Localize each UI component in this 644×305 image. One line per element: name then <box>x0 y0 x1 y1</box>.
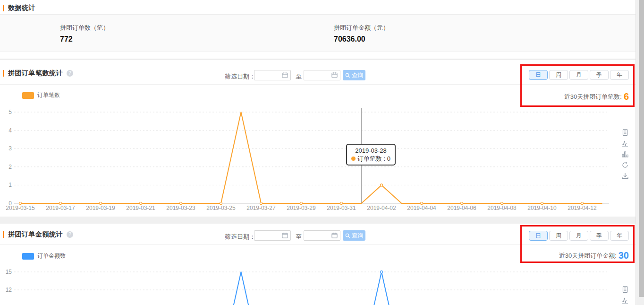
svg-text:2019-03-15: 2019-03-15 <box>6 205 35 211</box>
scrollbar-thumb[interactable] <box>639 0 644 297</box>
section-title-text: 数据统计 <box>8 4 35 12</box>
metric-value: 6 <box>624 91 629 102</box>
calendar-icon <box>282 72 288 78</box>
metric-30day-amount: 近30天拼团订单金额:30 <box>519 250 629 261</box>
chart1-title-row: 拼团订单笔数统计 ? <box>3 69 73 78</box>
metric-30day-count: 近30天拼团订单笔数:6 <box>519 91 629 102</box>
restore-icon[interactable] <box>621 161 629 169</box>
svg-text:2019-03-31: 2019-03-31 <box>327 205 356 211</box>
legend-order-amount[interactable]: 订单金额数 <box>22 252 66 260</box>
metric-label: 近30天拼团订单金额: <box>559 252 617 259</box>
period-tab-周[interactable]: 周 <box>549 70 568 80</box>
section-divider <box>0 59 636 60</box>
tooltip-date: 2019-03-28 <box>351 147 390 155</box>
period-tab-日[interactable]: 日 <box>529 70 548 80</box>
orange-bar-icon <box>3 70 4 77</box>
period-tab-周[interactable]: 周 <box>549 231 568 241</box>
stat-label: 拼团订单数（笔） <box>60 24 109 32</box>
period-tab-日[interactable]: 日 <box>529 231 548 241</box>
line-chart-icon[interactable] <box>621 296 629 304</box>
calendar-icon <box>331 232 338 238</box>
tooltip-series-value: 订单笔数 : 0 <box>351 155 390 163</box>
bar-chart-icon[interactable] <box>621 150 629 158</box>
chart2-toolbox <box>621 286 629 304</box>
legend-swatch-orange <box>22 92 34 99</box>
period-tab-月[interactable]: 月 <box>569 70 588 80</box>
svg-text:2019-03-29: 2019-03-29 <box>287 205 316 211</box>
svg-text:2019-04-10: 2019-04-10 <box>527 205 557 211</box>
svg-text:2: 2 <box>8 164 12 170</box>
search-icon <box>345 73 350 78</box>
stat-order-amount: 拼团订单金额（元） 70636.00 <box>334 24 389 44</box>
svg-text:2019-03-25: 2019-03-25 <box>206 205 236 211</box>
svg-text:5: 5 <box>8 109 12 115</box>
period-tab-年[interactable]: 年 <box>610 70 629 80</box>
search-button[interactable]: 查询 <box>343 70 365 80</box>
filter-date-label: 筛选日期： <box>225 72 255 81</box>
legend-label: 订单金额数 <box>37 252 66 260</box>
search-icon <box>345 233 350 238</box>
help-icon[interactable]: ? <box>67 70 73 77</box>
stats-section-title: 数据统计 <box>3 4 35 12</box>
stat-value: 772 <box>60 35 109 44</box>
svg-text:2019-04-02: 2019-04-02 <box>367 205 396 211</box>
chart2-title: 拼团订单金额统计 <box>8 230 63 239</box>
svg-text:2019-03-23: 2019-03-23 <box>166 205 195 211</box>
chart-tooltip: 2019-03-28 订单笔数 : 0 <box>346 144 396 166</box>
stat-order-count: 拼团订单数（笔） 772 <box>60 24 109 44</box>
orange-bar-icon <box>3 231 4 238</box>
data-view-icon[interactable] <box>621 286 629 293</box>
stat-value: 70636.00 <box>334 35 389 44</box>
chart1-title: 拼团订单笔数统计 <box>8 69 63 78</box>
stats-section-header: 数据统计 <box>0 0 636 15</box>
panel-header-border <box>0 84 636 85</box>
period-tab-年[interactable]: 年 <box>610 231 629 241</box>
data-view-icon[interactable] <box>621 129 629 136</box>
legend-label: 订单笔数 <box>37 91 60 99</box>
svg-text:2019-04-08: 2019-04-08 <box>487 205 517 211</box>
svg-text:4: 4 <box>8 127 12 134</box>
stats-band: 拼团订单数（笔） 772 拼团订单金额（元） 70636.00 <box>0 15 636 52</box>
period-tabs-chart1: 日周月季年 <box>529 70 629 80</box>
series-dot-icon <box>351 157 356 161</box>
chart2-title-row: 拼团订单金额统计 ? <box>3 230 73 239</box>
orange-bar-icon <box>3 5 4 11</box>
svg-text:15: 15 <box>6 269 12 275</box>
period-tab-季[interactable]: 季 <box>590 70 609 80</box>
svg-text:2019-04-04: 2019-04-04 <box>407 205 436 211</box>
svg-text:2019-03-27: 2019-03-27 <box>246 205 276 211</box>
help-icon[interactable]: ? <box>67 231 73 238</box>
line-chart-icon[interactable] <box>621 139 629 147</box>
panel-header-border <box>0 244 636 245</box>
period-tab-季[interactable]: 季 <box>590 231 609 241</box>
stat-label: 拼团订单金额（元） <box>334 24 389 32</box>
metric-label: 近30天拼团订单笔数: <box>564 93 622 100</box>
svg-text:2019-03-21: 2019-03-21 <box>126 205 155 211</box>
period-tab-月[interactable]: 月 <box>569 231 588 241</box>
svg-text:3: 3 <box>8 145 12 152</box>
svg-text:2019-04-12: 2019-04-12 <box>568 205 597 211</box>
calendar-icon <box>282 232 288 238</box>
calendar-icon <box>331 72 338 78</box>
legend-swatch-blue <box>22 253 34 260</box>
panel-gap <box>0 217 636 224</box>
legend-order-count[interactable]: 订单笔数 <box>22 91 60 99</box>
dashboard-page: 数据统计 拼团订单数（笔） 772 拼团订单金额（元） 70636.00 拼团订… <box>0 0 644 305</box>
date-to-label: 至 <box>296 233 302 241</box>
period-tabs-chart2: 日周月季年 <box>529 231 629 241</box>
search-button-label: 查询 <box>352 71 363 79</box>
search-button-2[interactable]: 查询 <box>343 230 365 241</box>
metric-value: 30 <box>619 250 629 261</box>
search-button-label: 查询 <box>352 232 363 240</box>
date-to-label: 至 <box>296 72 302 81</box>
order-amount-chart[interactable]: 1512 <box>0 265 636 305</box>
chart1-toolbox <box>621 129 629 180</box>
download-icon[interactable] <box>621 172 629 180</box>
svg-text:2019-04-06: 2019-04-06 <box>447 205 476 211</box>
svg-text:2019-03-19: 2019-03-19 <box>86 205 115 211</box>
svg-text:2019-03-17: 2019-03-17 <box>46 205 75 211</box>
filter-date-label: 筛选日期： <box>225 233 255 241</box>
svg-text:12: 12 <box>6 287 12 293</box>
svg-text:1: 1 <box>8 182 12 188</box>
order-count-chart[interactable]: 0123452019-03-152019-03-172019-03-192019… <box>0 106 636 214</box>
